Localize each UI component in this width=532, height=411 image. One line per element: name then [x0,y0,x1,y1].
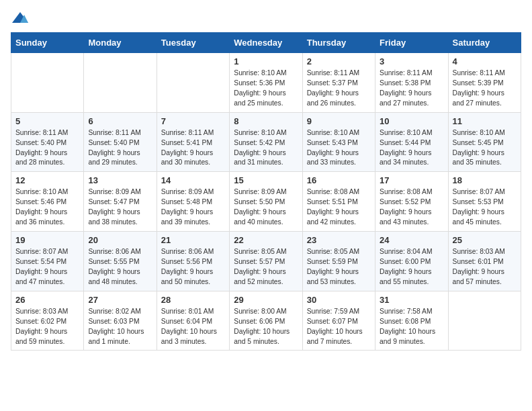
day-number: 15 [234,175,298,185]
day-number: 5 [15,116,79,126]
day-number: 20 [88,235,152,245]
calendar-cell: 28Sunrise: 8:01 AM Sunset: 6:04 PM Dayli… [157,291,229,351]
day-number: 11 [453,116,517,126]
calendar-cell: 20Sunrise: 8:06 AM Sunset: 5:55 PM Dayli… [84,232,157,291]
day-number: 23 [307,235,371,245]
calendar-cell: 30Sunrise: 7:59 AM Sunset: 6:07 PM Dayli… [302,291,375,351]
cell-content: Sunrise: 8:10 AM Sunset: 5:42 PM Dayligh… [234,128,298,169]
day-number: 18 [453,175,517,185]
week-row-3: 12Sunrise: 8:10 AM Sunset: 5:46 PM Dayli… [11,172,521,232]
weekday-header-thursday: Thursday [302,33,375,53]
week-row-5: 26Sunrise: 8:03 AM Sunset: 6:02 PM Dayli… [11,291,521,351]
week-row-2: 5Sunrise: 8:11 AM Sunset: 5:40 PM Daylig… [11,112,521,172]
day-number: 7 [161,116,225,126]
cell-content: Sunrise: 8:09 AM Sunset: 5:50 PM Dayligh… [234,187,298,228]
cell-content: Sunrise: 8:10 AM Sunset: 5:36 PM Dayligh… [234,68,298,109]
cell-content: Sunrise: 8:05 AM Sunset: 5:59 PM Dayligh… [307,247,371,287]
day-number: 13 [88,175,152,185]
calendar-cell: 18Sunrise: 8:07 AM Sunset: 5:53 PM Dayli… [448,172,521,232]
day-number: 2 [307,56,371,66]
day-number: 26 [15,295,79,305]
day-number: 22 [234,235,298,245]
calendar-cell: 11Sunrise: 8:10 AM Sunset: 5:45 PM Dayli… [448,112,521,172]
day-number: 17 [380,175,443,185]
calendar-cell: 16Sunrise: 8:08 AM Sunset: 5:51 PM Dayli… [302,172,375,232]
day-number: 12 [15,175,79,185]
logo-icon [11,11,30,26]
day-number: 16 [307,175,371,185]
calendar-cell: 24Sunrise: 8:04 AM Sunset: 6:00 PM Dayli… [375,232,448,291]
day-number: 25 [453,235,517,245]
weekday-header-saturday: Saturday [448,33,521,53]
cell-content: Sunrise: 8:08 AM Sunset: 5:52 PM Dayligh… [380,187,443,228]
calendar-cell: 10Sunrise: 8:10 AM Sunset: 5:44 PM Dayli… [375,112,448,172]
day-number: 3 [380,56,443,66]
day-number: 19 [15,235,79,245]
calendar-cell: 27Sunrise: 8:02 AM Sunset: 6:03 PM Dayli… [84,291,157,351]
day-number: 6 [88,116,152,126]
cell-content: Sunrise: 8:10 AM Sunset: 5:43 PM Dayligh… [307,128,371,169]
cell-content: Sunrise: 8:05 AM Sunset: 5:57 PM Dayligh… [234,247,298,287]
calendar-cell: 3Sunrise: 8:11 AM Sunset: 5:38 PM Daylig… [375,53,448,113]
header-row: SundayMondayTuesdayWednesdayThursdayFrid… [11,33,521,53]
cell-content: Sunrise: 8:11 AM Sunset: 5:38 PM Dayligh… [380,68,443,109]
calendar-cell: 12Sunrise: 8:10 AM Sunset: 5:46 PM Dayli… [11,172,84,232]
cell-content: Sunrise: 7:58 AM Sunset: 6:08 PM Dayligh… [380,307,443,347]
weekday-header-sunday: Sunday [11,33,84,53]
cell-content: Sunrise: 8:11 AM Sunset: 5:40 PM Dayligh… [15,128,79,169]
cell-content: Sunrise: 8:04 AM Sunset: 6:00 PM Dayligh… [380,247,443,287]
cell-content: Sunrise: 8:11 AM Sunset: 5:39 PM Dayligh… [453,68,517,109]
weekday-header-tuesday: Tuesday [157,33,229,53]
calendar-table: SundayMondayTuesdayWednesdayThursdayFrid… [11,32,521,351]
day-number: 28 [161,295,225,305]
cell-content: Sunrise: 8:10 AM Sunset: 5:46 PM Dayligh… [15,187,79,228]
cell-content: Sunrise: 7:59 AM Sunset: 6:07 PM Dayligh… [307,307,371,347]
cell-content: Sunrise: 8:11 AM Sunset: 5:40 PM Dayligh… [88,128,152,169]
calendar-cell [157,53,229,113]
day-number: 30 [307,295,371,305]
cell-content: Sunrise: 8:11 AM Sunset: 5:37 PM Dayligh… [307,68,371,109]
cell-content: Sunrise: 8:03 AM Sunset: 6:02 PM Dayligh… [15,307,79,347]
weekday-header-wednesday: Wednesday [230,33,302,53]
day-number: 8 [234,116,298,126]
cell-content: Sunrise: 8:02 AM Sunset: 6:03 PM Dayligh… [88,307,152,347]
calendar-cell: 8Sunrise: 8:10 AM Sunset: 5:42 PM Daylig… [230,112,302,172]
cell-content: Sunrise: 8:11 AM Sunset: 5:41 PM Dayligh… [161,128,225,169]
day-number: 1 [234,56,298,66]
calendar-cell [84,53,157,113]
calendar-cell: 15Sunrise: 8:09 AM Sunset: 5:50 PM Dayli… [230,172,302,232]
day-number: 14 [161,175,225,185]
calendar-cell: 6Sunrise: 8:11 AM Sunset: 5:40 PM Daylig… [84,112,157,172]
day-number: 27 [88,295,152,305]
calendar-cell [448,291,521,351]
calendar-cell: 2Sunrise: 8:11 AM Sunset: 5:37 PM Daylig… [302,53,375,113]
calendar-cell: 31Sunrise: 7:58 AM Sunset: 6:08 PM Dayli… [375,291,448,351]
cell-content: Sunrise: 8:10 AM Sunset: 5:45 PM Dayligh… [453,128,517,169]
calendar-cell: 29Sunrise: 8:00 AM Sunset: 6:06 PM Dayli… [230,291,302,351]
cell-content: Sunrise: 8:06 AM Sunset: 5:55 PM Dayligh… [88,247,152,287]
cell-content: Sunrise: 8:07 AM Sunset: 5:54 PM Dayligh… [15,247,79,287]
cell-content: Sunrise: 8:09 AM Sunset: 5:47 PM Dayligh… [88,187,152,228]
cell-content: Sunrise: 8:00 AM Sunset: 6:06 PM Dayligh… [234,307,298,347]
calendar-cell: 25Sunrise: 8:03 AM Sunset: 6:01 PM Dayli… [448,232,521,291]
cell-content: Sunrise: 8:09 AM Sunset: 5:48 PM Dayligh… [161,187,225,228]
cell-content: Sunrise: 8:06 AM Sunset: 5:56 PM Dayligh… [161,247,225,287]
day-number: 10 [380,116,443,126]
calendar-cell [11,53,84,113]
cell-content: Sunrise: 8:08 AM Sunset: 5:51 PM Dayligh… [307,187,371,228]
cell-content: Sunrise: 8:03 AM Sunset: 6:01 PM Dayligh… [453,247,517,287]
weekday-header-monday: Monday [84,33,157,53]
calendar-cell: 9Sunrise: 8:10 AM Sunset: 5:43 PM Daylig… [302,112,375,172]
calendar-cell: 23Sunrise: 8:05 AM Sunset: 5:59 PM Dayli… [302,232,375,291]
day-number: 21 [161,235,225,245]
calendar-cell: 22Sunrise: 8:05 AM Sunset: 5:57 PM Dayli… [230,232,302,291]
day-number: 31 [380,295,443,305]
calendar-cell: 14Sunrise: 8:09 AM Sunset: 5:48 PM Dayli… [157,172,229,232]
day-number: 4 [453,56,517,66]
cell-content: Sunrise: 8:10 AM Sunset: 5:44 PM Dayligh… [380,128,443,169]
calendar-cell: 7Sunrise: 8:11 AM Sunset: 5:41 PM Daylig… [157,112,229,172]
calendar-cell: 1Sunrise: 8:10 AM Sunset: 5:36 PM Daylig… [230,53,302,113]
calendar-cell: 13Sunrise: 8:09 AM Sunset: 5:47 PM Dayli… [84,172,157,232]
weekday-header-friday: Friday [375,33,448,53]
day-number: 24 [380,235,443,245]
